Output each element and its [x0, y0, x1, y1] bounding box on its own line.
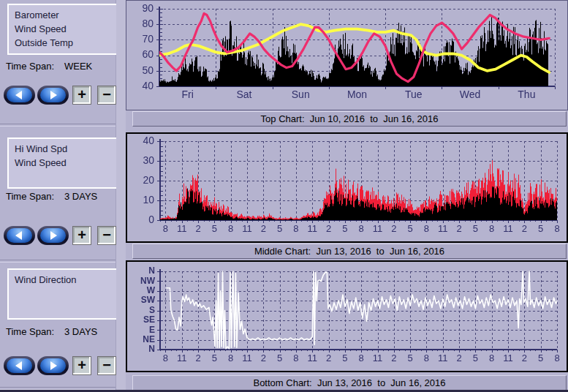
left-arrow-icon [7, 228, 32, 243]
left-arrow-icon [7, 88, 32, 102]
bottom-chart-caption: Bottom Chart: Jun 13, 2016 to Jun 16, 20… [132, 375, 567, 391]
list-item[interactable]: Wind Direction [15, 273, 118, 287]
top-chart-nav-buttons: + − [0, 86, 121, 106]
list-item[interactable]: Wind Speed [15, 22, 118, 36]
time-span-label: Time Span: [6, 61, 54, 72]
bottom-forward-button[interactable] [37, 356, 69, 375]
right-arrow-icon [40, 88, 66, 102]
middle-forward-button[interactable] [37, 226, 69, 245]
left-arrow-icon [7, 358, 32, 373]
bottom-time-span: Time Span: 3 DAYS [6, 326, 54, 337]
middle-chart-caption: Middle Chart: Jun 13, 2016 to Jun 16, 20… [132, 244, 567, 259]
list-item[interactable]: Wind Speed [15, 156, 118, 170]
top-chart-canvas[interactable] [126, 1, 567, 110]
section-divider [0, 124, 116, 127]
bottom-chart-series-list[interactable]: Wind Direction [7, 268, 119, 320]
right-arrow-icon [40, 228, 66, 243]
time-span-label: Time Span: [6, 191, 54, 202]
middle-chart-series-list[interactable]: Hi Wind Spd Wind Speed [7, 137, 119, 189]
time-span-label: Time Span: [6, 326, 54, 337]
top-zoom-in-button[interactable]: + [72, 86, 91, 105]
middle-zoom-in-button[interactable]: + [72, 226, 91, 245]
top-back-button[interactable] [4, 86, 35, 105]
section-divider [0, 260, 116, 263]
top-chart-series-list[interactable]: Barometer Wind Speed Outside Temp [7, 4, 119, 55]
list-item[interactable]: Outside Temp [15, 36, 118, 50]
top-chart-caption: Top Chart: Jun 10, 2016 to Jun 16, 2016 [132, 111, 567, 127]
bottom-zoom-in-button[interactable]: + [72, 356, 91, 375]
time-span-value: 3 DAYS [64, 191, 97, 202]
middle-zoom-out-button[interactable]: − [97, 226, 116, 245]
top-time-span: Time Span: WEEK [6, 61, 54, 72]
list-item[interactable]: Hi Wind Spd [15, 142, 118, 156]
bottom-chart-panel [126, 260, 568, 372]
control-column: Barometer Wind Speed Outside Temp Time S… [0, 0, 116, 392]
top-chart-panel [126, 0, 568, 110]
middle-chart-canvas[interactable] [127, 134, 567, 241]
bottom-chart-nav-buttons: + − [0, 356, 121, 377]
right-arrow-icon [40, 358, 66, 373]
time-span-value: WEEK [64, 61, 92, 72]
middle-chart-nav-buttons: + − [0, 226, 121, 246]
bottom-zoom-out-button[interactable]: − [97, 356, 116, 375]
bottom-back-button[interactable] [4, 356, 35, 375]
middle-chart-panel [126, 132, 568, 243]
top-zoom-out-button[interactable]: − [97, 86, 116, 105]
column-gap [116, 0, 126, 392]
list-item[interactable]: Barometer [15, 8, 118, 22]
middle-back-button[interactable] [4, 226, 35, 245]
top-forward-button[interactable] [37, 86, 69, 105]
time-span-value: 3 DAYS [64, 326, 97, 337]
middle-time-span: Time Span: 3 DAYS [6, 191, 54, 202]
bottom-chart-canvas[interactable] [127, 262, 567, 371]
